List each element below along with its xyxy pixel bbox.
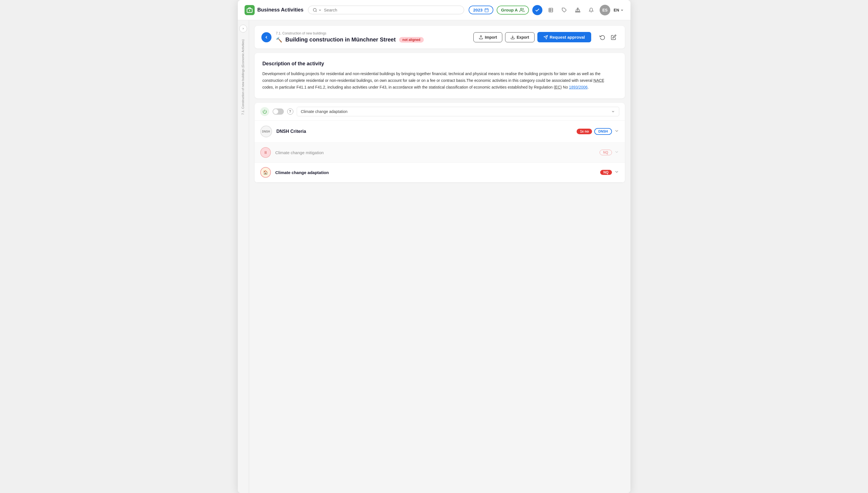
svg-rect-16: [576, 11, 577, 12]
search-icon: [313, 8, 317, 12]
sidebar-label: 7.1. Construction of new buildings (Econ…: [241, 39, 245, 115]
description-card: Description of the activity Development …: [255, 53, 625, 99]
header-right: 2023 Group A: [469, 5, 623, 16]
chevron-right-icon: [242, 27, 245, 30]
activity-subtitle: 7.1. Construction of new buildings: [276, 31, 469, 35]
help-button[interactable]: ?: [287, 108, 293, 115]
dnsh-tag1: 1x no: [577, 129, 592, 134]
mitigation-icon: ⏸: [260, 147, 271, 158]
export-button[interactable]: Export: [505, 32, 534, 42]
hierarchy-icon: [575, 7, 580, 13]
svg-rect-17: [577, 11, 579, 12]
criteria-toolbar: ? Climate change adaptation: [255, 103, 625, 121]
adaptation-icon: 🏠: [260, 167, 271, 178]
history-icon: [600, 35, 605, 40]
criteria-section: ? Climate change adaptation DNSH DNSH Cr…: [255, 103, 625, 183]
dnsh-chevron-icon: [614, 128, 619, 135]
export-icon: [511, 35, 515, 40]
edit-icon: [611, 35, 616, 40]
mitigation-badge: NQ: [600, 150, 612, 155]
edit-button[interactable]: [609, 33, 618, 42]
climate-adaptation-row[interactable]: 🏠 Climate change adaptation NQ: [255, 163, 625, 183]
notification-button[interactable]: [586, 5, 596, 15]
check-icon: [535, 7, 540, 13]
table-icon: [548, 7, 553, 13]
search-wrapper[interactable]: [308, 6, 464, 14]
nace-reference: NACE: [594, 78, 604, 83]
header: Business Activities 2023: [238, 0, 631, 20]
calendar-icon: [484, 8, 489, 12]
avatar[interactable]: ES: [600, 5, 610, 16]
climate-mitigation-row[interactable]: ⏸ Climate change mitigation NQ: [255, 143, 625, 163]
content-area: 7.1. Construction of new buildings 🔨 Bui…: [249, 20, 631, 493]
group-selector[interactable]: Group A: [497, 6, 529, 15]
dnsh-criteria-row[interactable]: DNSH DNSH Criteria 1x no DNSH: [255, 121, 625, 143]
svg-rect-5: [485, 8, 488, 12]
brand-title: Business Activities: [257, 7, 304, 13]
year-selector[interactable]: 2023: [469, 6, 493, 14]
sidebar-toggle[interactable]: [239, 25, 247, 33]
brand: Business Activities: [245, 5, 304, 15]
bell-icon: [589, 7, 594, 13]
adaptation-label: Climate change adaptation: [275, 170, 600, 175]
lang-chevron-icon: [620, 8, 624, 12]
mitigation-label: Climate change mitigation: [275, 150, 600, 155]
search-input[interactable]: [324, 7, 459, 12]
header-action-icons: [598, 33, 618, 42]
search-container: [308, 6, 464, 14]
power-icon: [263, 109, 267, 114]
action-buttons: Import Export: [473, 32, 591, 43]
hierarchy-button[interactable]: [573, 5, 583, 15]
dropdown-chevron-icon: [611, 110, 615, 113]
chevron-down-icon: [318, 8, 322, 12]
language-selector[interactable]: EN: [614, 8, 623, 12]
mitigation-chevron-icon: [614, 149, 619, 155]
main-layout: 7.1. Construction of new buildings (Econ…: [238, 20, 631, 493]
hammer-icon: 🔨: [276, 37, 282, 43]
description-title: Description of the activity: [263, 61, 617, 67]
svg-line-4: [316, 11, 317, 12]
tag-icon: [562, 7, 567, 13]
dnsh-tag2: DNSH: [594, 128, 612, 135]
request-approval-button[interactable]: Request approval: [537, 32, 591, 43]
import-button[interactable]: Import: [473, 32, 502, 42]
table-icon-button[interactable]: [546, 5, 556, 15]
toggle-switch[interactable]: [273, 108, 284, 115]
back-button[interactable]: [261, 32, 271, 42]
ec-reference: EC: [555, 85, 560, 89]
power-button[interactable]: [260, 107, 269, 116]
adaptation-badge: NQ: [600, 170, 612, 175]
dnsh-icon: DNSH: [260, 126, 272, 137]
svg-rect-15: [577, 8, 579, 9]
criteria-dropdown[interactable]: Climate change adaptation: [297, 107, 619, 116]
tag-button[interactable]: [559, 5, 569, 15]
search-icon-wrap[interactable]: [313, 8, 322, 12]
sidebar: 7.1. Construction of new buildings (Econ…: [238, 20, 249, 493]
app-window: Business Activities 2023: [238, 0, 631, 493]
svg-point-9: [520, 8, 522, 10]
activity-name: Building construction in Münchner Street: [286, 37, 396, 43]
description-text: Development of building projects for res…: [263, 71, 617, 90]
regulation-link[interactable]: 1893/2006: [569, 85, 587, 89]
import-icon: [479, 35, 483, 40]
dnsh-label: DNSH Criteria: [276, 129, 577, 134]
activity-header-card: 7.1. Construction of new buildings 🔨 Bui…: [255, 26, 625, 48]
activity-info: 7.1. Construction of new buildings 🔨 Bui…: [276, 31, 469, 43]
chevron-left-icon: [264, 35, 269, 40]
check-button[interactable]: [532, 5, 542, 15]
status-badge: not aligned: [399, 37, 424, 43]
svg-rect-18: [579, 11, 580, 12]
svg-rect-10: [549, 8, 553, 12]
svg-point-3: [313, 8, 316, 12]
brand-icon: [245, 5, 255, 15]
activity-title-row: 🔨 Building construction in Münchner Stre…: [276, 37, 469, 43]
send-icon: [543, 35, 548, 40]
adaptation-chevron-icon: [614, 169, 619, 175]
history-button[interactable]: [598, 33, 607, 42]
group-icon: [519, 7, 524, 13]
